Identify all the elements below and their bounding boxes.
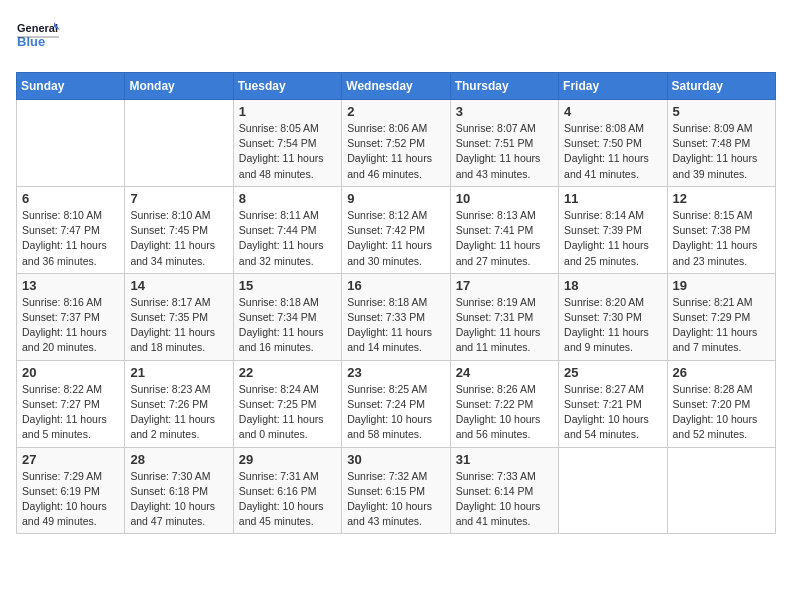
calendar-cell: 4Sunrise: 8:08 AM Sunset: 7:50 PM Daylig… [559,100,667,187]
day-number: 17 [456,278,553,293]
day-info: Sunrise: 8:17 AM Sunset: 7:35 PM Dayligh… [130,295,227,356]
day-number: 24 [456,365,553,380]
calendar-cell: 11Sunrise: 8:14 AM Sunset: 7:39 PM Dayli… [559,186,667,273]
calendar-cell: 27Sunrise: 7:29 AM Sunset: 6:19 PM Dayli… [17,447,125,534]
calendar-cell: 8Sunrise: 8:11 AM Sunset: 7:44 PM Daylig… [233,186,341,273]
day-number: 2 [347,104,444,119]
day-number: 16 [347,278,444,293]
day-info: Sunrise: 8:28 AM Sunset: 7:20 PM Dayligh… [673,382,770,443]
calendar-cell: 21Sunrise: 8:23 AM Sunset: 7:26 PM Dayli… [125,360,233,447]
day-number: 11 [564,191,661,206]
day-number: 28 [130,452,227,467]
day-info: Sunrise: 8:06 AM Sunset: 7:52 PM Dayligh… [347,121,444,182]
calendar-cell: 5Sunrise: 8:09 AM Sunset: 7:48 PM Daylig… [667,100,775,187]
day-info: Sunrise: 8:12 AM Sunset: 7:42 PM Dayligh… [347,208,444,269]
day-number: 26 [673,365,770,380]
day-number: 18 [564,278,661,293]
day-number: 6 [22,191,119,206]
calendar-cell: 20Sunrise: 8:22 AM Sunset: 7:27 PM Dayli… [17,360,125,447]
day-info: Sunrise: 8:13 AM Sunset: 7:41 PM Dayligh… [456,208,553,269]
day-info: Sunrise: 8:05 AM Sunset: 7:54 PM Dayligh… [239,121,336,182]
dow-header-friday: Friday [559,73,667,100]
day-info: Sunrise: 8:11 AM Sunset: 7:44 PM Dayligh… [239,208,336,269]
day-info: Sunrise: 8:18 AM Sunset: 7:33 PM Dayligh… [347,295,444,356]
svg-text:Blue: Blue [17,34,45,49]
day-number: 1 [239,104,336,119]
dow-header-wednesday: Wednesday [342,73,450,100]
day-info: Sunrise: 7:31 AM Sunset: 6:16 PM Dayligh… [239,469,336,530]
day-info: Sunrise: 7:29 AM Sunset: 6:19 PM Dayligh… [22,469,119,530]
day-info: Sunrise: 8:25 AM Sunset: 7:24 PM Dayligh… [347,382,444,443]
day-number: 25 [564,365,661,380]
day-number: 12 [673,191,770,206]
day-info: Sunrise: 8:16 AM Sunset: 7:37 PM Dayligh… [22,295,119,356]
day-number: 15 [239,278,336,293]
day-number: 23 [347,365,444,380]
day-info: Sunrise: 8:24 AM Sunset: 7:25 PM Dayligh… [239,382,336,443]
calendar-cell: 16Sunrise: 8:18 AM Sunset: 7:33 PM Dayli… [342,273,450,360]
calendar-cell: 12Sunrise: 8:15 AM Sunset: 7:38 PM Dayli… [667,186,775,273]
day-info: Sunrise: 8:21 AM Sunset: 7:29 PM Dayligh… [673,295,770,356]
calendar-cell: 6Sunrise: 8:10 AM Sunset: 7:47 PM Daylig… [17,186,125,273]
calendar-cell: 22Sunrise: 8:24 AM Sunset: 7:25 PM Dayli… [233,360,341,447]
logo-svg: General Blue [16,16,60,60]
day-info: Sunrise: 7:32 AM Sunset: 6:15 PM Dayligh… [347,469,444,530]
calendar-cell: 17Sunrise: 8:19 AM Sunset: 7:31 PM Dayli… [450,273,558,360]
calendar-cell: 24Sunrise: 8:26 AM Sunset: 7:22 PM Dayli… [450,360,558,447]
calendar-cell: 25Sunrise: 8:27 AM Sunset: 7:21 PM Dayli… [559,360,667,447]
dow-header-thursday: Thursday [450,73,558,100]
calendar-cell: 29Sunrise: 7:31 AM Sunset: 6:16 PM Dayli… [233,447,341,534]
day-info: Sunrise: 8:10 AM Sunset: 7:47 PM Dayligh… [22,208,119,269]
calendar-cell: 3Sunrise: 8:07 AM Sunset: 7:51 PM Daylig… [450,100,558,187]
day-number: 7 [130,191,227,206]
day-info: Sunrise: 7:33 AM Sunset: 6:14 PM Dayligh… [456,469,553,530]
day-info: Sunrise: 8:27 AM Sunset: 7:21 PM Dayligh… [564,382,661,443]
calendar-table: SundayMondayTuesdayWednesdayThursdayFrid… [16,72,776,534]
day-info: Sunrise: 8:08 AM Sunset: 7:50 PM Dayligh… [564,121,661,182]
day-number: 31 [456,452,553,467]
calendar-cell: 10Sunrise: 8:13 AM Sunset: 7:41 PM Dayli… [450,186,558,273]
day-number: 14 [130,278,227,293]
calendar-cell: 15Sunrise: 8:18 AM Sunset: 7:34 PM Dayli… [233,273,341,360]
page-header: General Blue [16,16,776,60]
calendar-cell [17,100,125,187]
day-info: Sunrise: 8:19 AM Sunset: 7:31 PM Dayligh… [456,295,553,356]
day-info: Sunrise: 8:22 AM Sunset: 7:27 PM Dayligh… [22,382,119,443]
dow-header-tuesday: Tuesday [233,73,341,100]
day-number: 8 [239,191,336,206]
day-number: 30 [347,452,444,467]
calendar-cell: 2Sunrise: 8:06 AM Sunset: 7:52 PM Daylig… [342,100,450,187]
calendar-cell: 23Sunrise: 8:25 AM Sunset: 7:24 PM Dayli… [342,360,450,447]
day-info: Sunrise: 8:20 AM Sunset: 7:30 PM Dayligh… [564,295,661,356]
day-info: Sunrise: 8:14 AM Sunset: 7:39 PM Dayligh… [564,208,661,269]
day-number: 3 [456,104,553,119]
calendar-cell [559,447,667,534]
day-info: Sunrise: 7:30 AM Sunset: 6:18 PM Dayligh… [130,469,227,530]
day-info: Sunrise: 8:18 AM Sunset: 7:34 PM Dayligh… [239,295,336,356]
day-info: Sunrise: 8:09 AM Sunset: 7:48 PM Dayligh… [673,121,770,182]
day-info: Sunrise: 8:10 AM Sunset: 7:45 PM Dayligh… [130,208,227,269]
calendar-cell [667,447,775,534]
day-number: 21 [130,365,227,380]
dow-header-sunday: Sunday [17,73,125,100]
day-number: 29 [239,452,336,467]
day-number: 5 [673,104,770,119]
calendar-cell: 1Sunrise: 8:05 AM Sunset: 7:54 PM Daylig… [233,100,341,187]
calendar-cell: 19Sunrise: 8:21 AM Sunset: 7:29 PM Dayli… [667,273,775,360]
dow-header-monday: Monday [125,73,233,100]
dow-header-saturday: Saturday [667,73,775,100]
calendar-cell: 18Sunrise: 8:20 AM Sunset: 7:30 PM Dayli… [559,273,667,360]
calendar-cell: 7Sunrise: 8:10 AM Sunset: 7:45 PM Daylig… [125,186,233,273]
day-number: 9 [347,191,444,206]
logo: General Blue [16,16,60,60]
calendar-cell: 28Sunrise: 7:30 AM Sunset: 6:18 PM Dayli… [125,447,233,534]
day-number: 27 [22,452,119,467]
calendar-cell: 31Sunrise: 7:33 AM Sunset: 6:14 PM Dayli… [450,447,558,534]
day-number: 22 [239,365,336,380]
day-info: Sunrise: 8:23 AM Sunset: 7:26 PM Dayligh… [130,382,227,443]
calendar-cell: 30Sunrise: 7:32 AM Sunset: 6:15 PM Dayli… [342,447,450,534]
calendar-cell: 9Sunrise: 8:12 AM Sunset: 7:42 PM Daylig… [342,186,450,273]
day-number: 20 [22,365,119,380]
day-info: Sunrise: 8:07 AM Sunset: 7:51 PM Dayligh… [456,121,553,182]
day-number: 10 [456,191,553,206]
